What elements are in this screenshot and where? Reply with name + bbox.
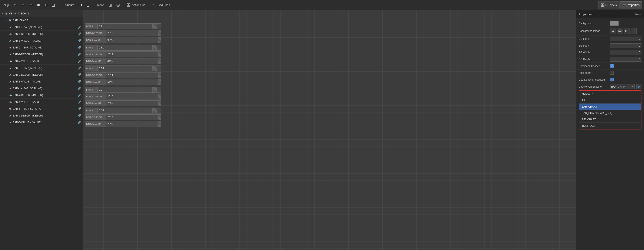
prop-bg-pos-y-value[interactable]: 0 (610, 43, 642, 48)
dropdown-item-ar[interactable]: AR (579, 97, 641, 104)
bar2-descr-end (158, 52, 161, 57)
bar4-descr-value: 2016 (106, 95, 158, 98)
prop-bg-img-camera-btn[interactable] (617, 28, 623, 34)
dropdown-item-pie-chart[interactable]: PIE_CHART (579, 116, 641, 123)
bar5-descr-end (158, 114, 161, 120)
tree-item-bar4[interactable]: π BAR-4 - (BAR_SCALING) 🔗 (0, 85, 83, 92)
import-icon1[interactable] (107, 2, 114, 8)
prop-command-header: Command Header ✓ (576, 63, 644, 70)
prop-director-on-execute-value: BAR_CHART (611, 85, 632, 88)
tree-link-bar3-descr: 🔗 (78, 73, 81, 76)
bar2-descr-widget[interactable]: BAR-2-DESCR 2012 (85, 52, 161, 58)
bar4-widget[interactable]: BAR-4 0.2 ⋮⋮ (85, 87, 161, 93)
tree-item-bar5-value[interactable]: -A- BAR-5-VALUE - (VALUE) 🔗 (0, 119, 83, 126)
tree-item-bar2-descr[interactable]: -A- BAR-2-DESCR - (DESCR) 🔗 (0, 51, 83, 58)
dropdown-item-bar-chart-bars-seq[interactable]: BAR_CHART$BARS_SEQ (579, 110, 641, 116)
bar1-descr-widget[interactable]: BAR-1-DESCR 2010 (85, 30, 161, 36)
import-button[interactable]: Import (95, 1, 106, 9)
distribute-v-icon[interactable] (84, 2, 91, 8)
prop-bg-height-value[interactable]: 0 (610, 57, 642, 62)
tree-item-bar1-value[interactable]: -A- BAR-1-VALUE - (VALUE) 🔗 (0, 38, 83, 44)
align-bottom-icon[interactable] (50, 2, 57, 8)
bar4-descr-widget[interactable]: BAR-4-DESCR 2016 (85, 94, 161, 100)
tree-item-bar-chart[interactable]: ▼ ▣ BAR_CHART (0, 17, 83, 24)
bar1-value-widget[interactable]: BAR-1-VALUE 90% (85, 37, 161, 43)
grid-snap-button[interactable]: Grid Snap (151, 1, 172, 9)
svg-rect-27 (87, 4, 89, 4)
tree-item-bar1[interactable]: π BAR-1 - (BAR_SCALING) 🔗 (0, 24, 83, 30)
director-dropdown: <STAGE> AR BAR_CHART BAR_CHART$BARS_SEQ … (579, 90, 642, 130)
bar5-widget[interactable]: BAR-5 0.25 ⋮⋮ (85, 108, 161, 114)
prop-bg-img-load-btn[interactable] (624, 28, 630, 34)
canvas[interactable]: BAR-1 0.9 ⋮⋮ BAR-1-DESCR 2010 BAR-1-VALU… (83, 10, 576, 250)
bar4-slider-handle[interactable] (152, 87, 157, 92)
tree-label-bar1: BAR-1 - (BAR_SCALING) (13, 26, 77, 29)
tree-item-bar2[interactable]: π BAR-2 - (BAR_SCALING) 🔗 (0, 44, 83, 51)
prop-update-when-focused-checkbox[interactable]: ✓ (610, 78, 614, 82)
svg-rect-22 (54, 4, 55, 6)
prop-auto-zoom-checkbox[interactable] (610, 71, 614, 74)
dropdown-item-bar-chart[interactable]: BAR_CHART (579, 104, 641, 110)
bar3-widget-label: BAR-3 (85, 66, 98, 71)
tree-item-bar1-descr[interactable]: -A- BAR-1-DESCR - (DESCR) 🔗 (0, 30, 83, 38)
prop-director-on-execute-select[interactable]: BAR_CHART ▼ (610, 84, 635, 89)
prop-bg-width-value[interactable]: 0 (610, 50, 642, 55)
align-left-icon[interactable] (12, 2, 19, 8)
dropdown-item-stage[interactable]: <STAGE> (579, 91, 641, 97)
dropdown-item-text-box[interactable]: TEXT_BOX (579, 123, 641, 129)
bar5-value-widget[interactable]: BAR-5-VALUE 25% (85, 121, 161, 127)
align-button[interactable]: Align (2, 1, 11, 9)
tree-item-bar3-descr[interactable]: -A- BAR-3-DESCR - (DESCR) 🔗 (0, 72, 83, 78)
bar3-value-widget[interactable]: BAR-3-VALUE 54% (85, 79, 161, 85)
tree-item-bar3[interactable]: π BAR-3 - (BAR_SCALING) 🔗 (0, 65, 83, 72)
prop-update-when-focused: Update When Focused ✓ (576, 76, 644, 83)
bar3-slider-handle[interactable] (152, 66, 157, 71)
bar1-widget-value: 0.9 (98, 25, 152, 28)
tree-item-bar2-value[interactable]: -A- BAR-2-VALUE - (VALUE) 🔗 (0, 58, 83, 65)
bar4-value-widget[interactable]: BAR-4-VALUE 20% (85, 100, 161, 106)
prop-bg-img-delete-btn[interactable] (630, 28, 636, 34)
tree-root[interactable]: ▶ ▣ VS_IN_A_BOX_6 (0, 10, 83, 17)
bar2-slider-handle[interactable] (152, 45, 157, 50)
tree-link-bar1-descr: 🔗 (78, 32, 81, 36)
properties-tab[interactable]: Properties (620, 1, 642, 9)
prop-command-header-checkbox[interactable]: ✓ (610, 64, 614, 68)
align-right-icon[interactable] (28, 2, 34, 8)
tree-link-bar5-descr: 🔗 (78, 114, 81, 117)
bar1-slider-handle[interactable] (152, 24, 157, 29)
distribute-h-icon[interactable] (77, 2, 84, 8)
distribute-button[interactable]: Distribute (61, 1, 76, 9)
bar2-widget[interactable]: BAR-2 0.81 ⋮⋮ (85, 45, 161, 50)
tree-item-bar3-value[interactable]: -A- BAR-3-VALUE - (VALUE) 🔗 (0, 78, 83, 85)
prop-command-header-label: Command Header (579, 65, 608, 68)
bar5-descr-widget[interactable]: BAR-5-DESCR 2018 (85, 114, 161, 120)
tree-item-bar4-descr[interactable]: -A- BAR-4-DESCR - (DESCR) 🔗 (0, 92, 83, 99)
import-icon2[interactable] (115, 2, 122, 8)
align-middle-v-icon[interactable] (43, 2, 50, 8)
prop-background-image: Background Image (576, 27, 644, 36)
prop-director-on-execute-edit-btn[interactable] (636, 84, 642, 89)
bar2-value-widget[interactable]: BAR-2-VALUE 81% (85, 58, 161, 64)
prop-bg-pos-x-value[interactable]: 0 (610, 36, 642, 41)
prop-bg-img-search-btn[interactable] (610, 28, 616, 34)
bar3-widget[interactable]: BAR-3 0.54 ⋮⋮ (85, 66, 161, 72)
tree-item-bar5[interactable]: π BAR-5 - (BAR_SCALING) 🔗 (0, 106, 83, 112)
tree-item-bar5-descr[interactable]: -A- BAR-5-DESCR - (DESCR) 🔗 (0, 112, 83, 119)
align-center-h-icon[interactable] (20, 2, 26, 8)
action-grid-button[interactable]: Action Grid (125, 1, 147, 9)
bar4-value-label: BAR-4-VALUE (85, 100, 106, 106)
bar3-descr-widget[interactable]: BAR-3-DESCR 2014 (85, 72, 161, 78)
bar3-value-end (158, 79, 161, 85)
align-top-icon[interactable] (35, 2, 42, 8)
prop-bg-pos-y: BG pos Y 0 (576, 42, 644, 49)
bar1-value-end (158, 37, 161, 43)
tree-item-bar4-value[interactable]: -A- BAR-4-VALUE - (VALUE) 🔗 (0, 99, 83, 106)
bar5-slider-handle[interactable] (152, 108, 157, 113)
tree-icon-bar2-descr: -A- (8, 53, 12, 56)
cobjects-tab[interactable]: CObjects (598, 1, 619, 9)
bar1-widget[interactable]: BAR-1 0.9 ⋮⋮ (85, 24, 161, 29)
prop-update-when-focused-label: Update When Focused (579, 78, 608, 81)
prop-background-swatch[interactable] (610, 21, 619, 26)
prop-bg-pos-x: BG pos X 0 (576, 36, 644, 42)
svg-point-54 (620, 30, 620, 32)
